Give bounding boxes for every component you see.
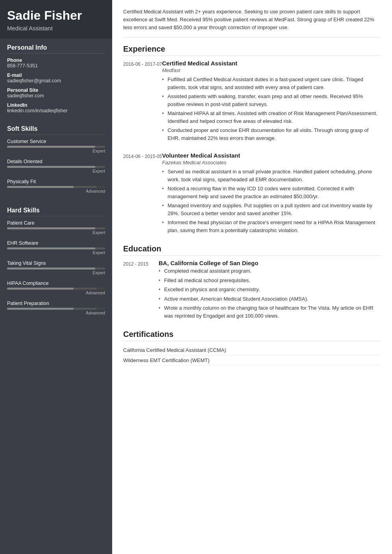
sidebar-header: Sadie Fisher Medical Assistant	[0, 0, 112, 39]
entry: 2016-06 - 2017-07Certified Medical Assis…	[123, 60, 381, 143]
skill-item: Taking Vital SignsExpert	[7, 260, 105, 275]
entry-date: 2014-06 - 2015-05	[123, 152, 162, 236]
entry-date: 2016-06 - 2017-07	[123, 60, 162, 143]
entry-bullets: Served as medical assistant in a small p…	[162, 168, 381, 234]
skill-name: EHR Software	[7, 240, 105, 246]
bullet-item: Maintained HIPAA at all times. Assisted …	[162, 110, 381, 125]
education-list: 2012 - 2015BA, California College of San…	[123, 260, 381, 321]
skill-bar	[7, 166, 105, 168]
skill-name: Patient Preparation	[7, 301, 105, 306]
skill-bar	[7, 186, 105, 188]
bullet-item: Excelled in physics and organic chemistr…	[159, 286, 381, 294]
certification-item: Wilderness EMT Certification (WEMT)	[123, 355, 381, 366]
entry-title: BA, California College of San Diego	[159, 260, 381, 266]
bullet-item: Conducted proper and concise EHR documen…	[162, 126, 381, 142]
phone-info: Phone 858-777-5351	[7, 58, 105, 69]
skill-name: Customer Service	[7, 139, 105, 144]
skill-item: Patient PreparationAdvanced	[7, 301, 105, 315]
skill-bar	[7, 146, 105, 148]
linkedin-label: LinkedIn	[7, 102, 105, 108]
phone-label: Phone	[7, 58, 105, 63]
entry-subtitle: Fazekas Medical Associates	[162, 160, 381, 165]
bullet-item: Served as medical assistant in a small p…	[162, 168, 381, 183]
skill-level: Expert	[7, 270, 105, 275]
bullet-item: Managed inventory and supplies. Put supp…	[162, 202, 381, 217]
experience-section: Experience 2016-06 - 2017-07Certified Me…	[123, 45, 381, 236]
bullet-item: Informed the head physician of the pract…	[162, 219, 381, 234]
entry-subtitle: Medfast	[162, 67, 381, 73]
certifications-section: Certifications California Certified Medi…	[123, 330, 381, 366]
main-content: Certified Medical Assistant with 2+ year…	[112, 0, 392, 554]
skill-level: Advanced	[7, 310, 105, 315]
linkedin-info: LinkedIn linkedin.com/in/sadieqfisher	[7, 102, 105, 113]
skill-level: Advanced	[7, 290, 105, 295]
certification-item: California Certified Medical Assistant (…	[123, 345, 381, 355]
hard-skills-list: Patient CareExpertEHR SoftwareExpertTaki…	[7, 220, 105, 315]
skill-item: EHR SoftwareExpert	[7, 240, 105, 255]
site-label: Personal Site	[7, 87, 105, 93]
skill-bar	[7, 308, 105, 310]
summary-text: Certified Medical Assistant with 2+ year…	[123, 8, 381, 37]
skill-name: Taking Vital Signs	[7, 260, 105, 266]
bullet-item: Fulfilled all Certified Medical Assistan…	[162, 76, 381, 91]
entry-title: Certified Medical Assistant	[162, 60, 381, 67]
entry: 2014-06 - 2015-05Volunteer Medical Assis…	[123, 152, 381, 236]
entry-title: Volunteer Medical Assistant	[162, 152, 381, 159]
skill-bar	[7, 288, 105, 290]
email-value: sadieqfisher@gmail.com	[7, 78, 105, 84]
entry-content: Volunteer Medical AssistantFazekas Medic…	[162, 152, 381, 236]
skill-level: Expert	[7, 169, 105, 173]
experience-list: 2016-06 - 2017-07Certified Medical Assis…	[123, 60, 381, 236]
skill-level: Expert	[7, 149, 105, 153]
skill-level: Advanced	[7, 189, 105, 193]
soft-skills-section: Soft Skills Customer ServiceExpertDetail…	[0, 120, 112, 201]
certifications-list: California Certified Medical Assistant (…	[123, 345, 381, 366]
email-label: E-mail	[7, 73, 105, 78]
entry-content: BA, California College of San DiegoCompl…	[159, 260, 381, 321]
bullet-item: Filled all medical school prerequisites.	[159, 277, 381, 284]
personal-info-section: Personal Info Phone 858-777-5351 E-mail …	[0, 39, 112, 120]
site-info: Personal Site sadieqfisher.com	[7, 87, 105, 99]
bullet-item: Wrote a monthly column on the changing f…	[159, 304, 381, 320]
entry-date: 2012 - 2015	[123, 260, 159, 321]
bullet-item: Completed medical assistant program.	[159, 267, 381, 275]
bullet-item: Noticed a recurring flaw in the way ICD …	[162, 185, 381, 200]
entry-content: Certified Medical AssistantMedfastFulfil…	[162, 60, 381, 143]
skill-name: HIPAA Compliance	[7, 281, 105, 286]
skill-item: Customer ServiceExpert	[7, 139, 105, 153]
soft-skills-list: Customer ServiceExpertDetails OrientedEx…	[7, 139, 105, 193]
resume-container: Sadie Fisher Medical Assistant Personal …	[0, 0, 392, 554]
skill-item: HIPAA ComplianceAdvanced	[7, 281, 105, 295]
certifications-title: Certifications	[123, 330, 381, 341]
entry: 2012 - 2015BA, California College of San…	[123, 260, 381, 321]
personal-info-title: Personal Info	[7, 44, 105, 54]
soft-skills-title: Soft Skills	[7, 125, 105, 135]
skill-item: Details OrientedExpert	[7, 159, 105, 173]
bullet-item: Active member, American Medical Student …	[159, 295, 381, 303]
education-section: Education 2012 - 2015BA, California Coll…	[123, 244, 381, 321]
linkedin-value: linkedin.com/in/sadieqfisher	[7, 108, 105, 113]
skill-name: Physically Fit	[7, 179, 105, 184]
skill-level: Expert	[7, 230, 105, 235]
education-title: Education	[123, 244, 381, 256]
sidebar: Sadie Fisher Medical Assistant Personal …	[0, 0, 112, 554]
candidate-title: Medical Assistant	[7, 25, 105, 32]
skill-item: Patient CareExpert	[7, 220, 105, 235]
email-info: E-mail sadieqfisher@gmail.com	[7, 73, 105, 84]
bullet-item: Assisted patients with walking, transfer…	[162, 93, 381, 108]
skill-name: Patient Care	[7, 220, 105, 226]
skill-level: Expert	[7, 250, 105, 255]
skill-name: Details Oriented	[7, 159, 105, 164]
skill-bar	[7, 268, 105, 270]
hard-skills-section: Hard Skills Patient CareExpertEHR Softwa…	[0, 201, 112, 323]
experience-title: Experience	[123, 45, 381, 56]
entry-bullets: Completed medical assistant program.Fill…	[159, 267, 381, 320]
phone-value: 858-777-5351	[7, 63, 105, 69]
candidate-name: Sadie Fisher	[7, 9, 105, 22]
hard-skills-title: Hard Skills	[7, 207, 105, 216]
skill-item: Physically FitAdvanced	[7, 179, 105, 193]
site-value: sadieqfisher.com	[7, 93, 105, 99]
entry-bullets: Fulfilled all Certified Medical Assistan…	[162, 76, 381, 142]
skill-bar	[7, 227, 105, 229]
skill-bar	[7, 247, 105, 249]
